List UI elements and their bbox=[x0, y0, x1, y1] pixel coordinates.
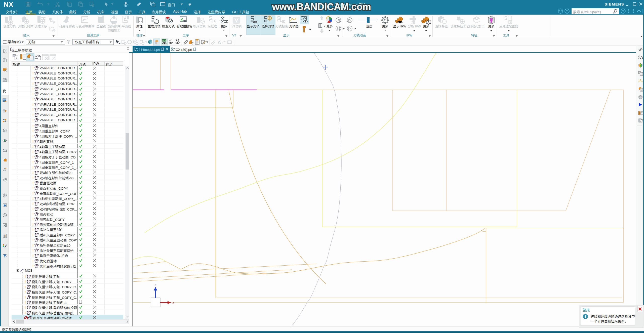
svg-text:后处理配置器: 后处理配置器 bbox=[499, 25, 518, 28]
svg-text:机床仿真: 机床仿真 bbox=[193, 25, 206, 28]
svg-text:更多: 更多 bbox=[488, 25, 494, 28]
svg-text:创建特征工艺: 创建特征工艺 bbox=[450, 24, 469, 28]
svg-text:更多: 更多 bbox=[221, 25, 227, 28]
svg-text:创建工序: 创建工序 bbox=[34, 24, 47, 28]
svg-text:预测工序: 预测工序 bbox=[87, 33, 99, 37]
svg-text:Z: Z bbox=[154, 283, 157, 287]
svg-text:查找特征: 查找特征 bbox=[435, 25, 448, 28]
svg-text:生成刀轨: 生成刀轨 bbox=[148, 24, 160, 28]
svg-text:i: i bbox=[4, 194, 5, 197]
svg-text:更多: 更多 bbox=[423, 25, 429, 28]
svg-text:型腔铣: 型腔铣 bbox=[96, 25, 106, 28]
svg-text:旋转部件: 旋转部件 bbox=[108, 24, 120, 28]
svg-text:属性: 属性 bbox=[136, 25, 143, 28]
svg-text:更多: 更多 bbox=[382, 25, 388, 28]
svg-text:可变引导曲线: 可变引导曲线 bbox=[75, 25, 94, 28]
svg-text:操作: 操作 bbox=[136, 34, 143, 37]
svg-text:MCS: MCS bbox=[162, 39, 166, 42]
svg-text:IPW: IPW bbox=[406, 34, 412, 37]
svg-text:VT: VT bbox=[232, 34, 236, 37]
svg-text:更多: 更多 bbox=[326, 25, 333, 28]
svg-text:仅在工作部件内: 仅在工作部件内 bbox=[75, 40, 100, 44]
svg-text:A: A bbox=[217, 39, 221, 45]
svg-text:自动孔加工: 自动孔加工 bbox=[469, 25, 485, 28]
svg-text:工序: 工序 bbox=[182, 34, 189, 37]
svg-text:显示刀轨: 显示刀轨 bbox=[247, 24, 260, 28]
svg-text:创建刀具: 创建刀具 bbox=[3, 24, 16, 28]
svg-text:x: x bbox=[173, 301, 174, 305]
svg-text:平面铣: 平面铣 bbox=[122, 25, 131, 28]
svg-text:1: 1 bbox=[16, 57, 17, 60]
svg-text:VT仿真: VT仿真 bbox=[232, 25, 242, 28]
svg-text:插入: 插入 bbox=[23, 34, 30, 37]
svg-text:后处理: 后处理 bbox=[208, 25, 217, 28]
svg-text:显示: 显示 bbox=[283, 34, 289, 37]
svg-text:创建几何体: 创建几何体 bbox=[18, 24, 33, 28]
svg-text:刀轨图: 刀轨图 bbox=[289, 24, 299, 28]
svg-text:刀轨: 刀轨 bbox=[28, 40, 35, 44]
svg-text:刀轨报告: 刀轨报告 bbox=[275, 24, 288, 28]
svg-text:工具: 工具 bbox=[503, 34, 509, 37]
svg-text:检查刀轨: 检查刀轨 bbox=[162, 24, 175, 28]
svg-text:速度: 速度 bbox=[366, 25, 373, 28]
svg-text:有效性报告: 有效性报告 bbox=[177, 25, 192, 28]
svg-text:选择刀轨: 选择刀轨 bbox=[262, 24, 274, 28]
svg-text:分析 IPW: 分析 IPW bbox=[408, 25, 421, 28]
svg-text:的粗加工: 的粗加工 bbox=[108, 29, 120, 32]
svg-text:刀轨动画: 刀轨动画 bbox=[353, 33, 366, 37]
svg-text:显示 IPW: 显示 IPW bbox=[393, 25, 406, 28]
svg-text:可变轮廓铣: 可变轮廓铣 bbox=[59, 25, 75, 28]
svg-text:菜单(M): 菜单(M) bbox=[8, 40, 21, 44]
svg-text:?: ? bbox=[622, 9, 624, 13]
svg-text:特征: 特征 bbox=[471, 34, 477, 37]
